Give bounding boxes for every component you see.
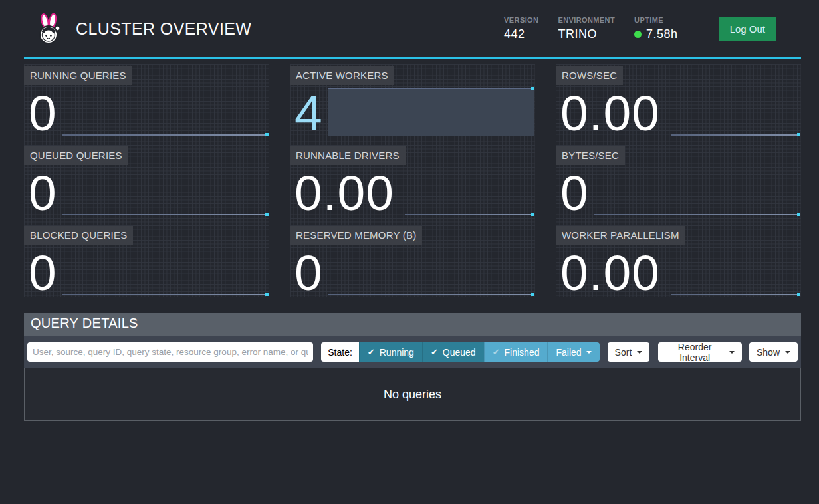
caret-down-icon (785, 351, 790, 354)
stat-tile-bytes-sec: BYTES/SEC 0 (556, 144, 801, 217)
caret-down-icon (729, 351, 735, 354)
uptime-label: UPTIME (634, 16, 678, 24)
stat-tile-blocked-queries: BLOCKED QUERIES 0 (24, 224, 269, 297)
environment-info: ENVIRONMENT TRINO (558, 16, 615, 41)
state-group-label: State: (321, 342, 359, 362)
version-info: VERSION 442 (504, 16, 538, 41)
brand: CLUSTER OVERVIEW (24, 13, 251, 45)
sort-label: Sort (615, 347, 632, 358)
query-search-input[interactable] (27, 342, 313, 362)
stat-label: QUEUED QUERIES (24, 146, 128, 165)
trino-bunny-logo-icon (36, 13, 62, 45)
version-label: VERSION (504, 16, 538, 24)
stats-grid: RUNNING QUERIES 0 QUEUED QUERIES 0 BLOCK… (24, 64, 801, 297)
stat-label: ACTIVE WORKERS (290, 66, 394, 85)
caret-down-icon (586, 351, 592, 354)
cluster-info: VERSION 442 ENVIRONMENT TRINO UPTIME 7.5… (504, 16, 801, 41)
sparkline-chart (62, 214, 269, 215)
empty-queries-message: No queries (384, 388, 441, 402)
caret-down-icon (637, 351, 642, 354)
stat-value: 0 (294, 248, 323, 298)
state-filter-label: Running (380, 347, 414, 358)
stats-column-3: ROWS/SEC 0.00 BYTES/SEC 0 WORKER PARALLE… (556, 64, 801, 297)
stat-label: RESERVED MEMORY (B) (290, 226, 422, 245)
stats-column-2: ACTIVE WORKERS 4 RUNNABLE DRIVERS 0.00 R… (290, 64, 535, 297)
stat-value: 0.00 (560, 88, 660, 138)
check-icon: ✔ (368, 348, 375, 356)
check-icon: ✔ (431, 348, 438, 356)
stat-value: 0 (29, 248, 57, 298)
sparkline-chart (405, 214, 534, 215)
reorder-interval-label: Reorder Interval (665, 342, 724, 363)
state-filter-label: Failed (556, 347, 581, 358)
sparkline-chart (671, 294, 800, 295)
stat-tile-queued-queries: QUEUED QUERIES 0 (24, 144, 269, 217)
sparkline-chart (62, 134, 269, 136)
page-title: CLUSTER OVERVIEW (76, 19, 251, 39)
state-filter-group: State: ✔ Running ✔ Queued ✔ Finished Fai… (321, 342, 599, 362)
uptime-info: UPTIME 7.58h (634, 16, 678, 41)
sparkline-chart (671, 134, 800, 136)
main-content: RUNNING QUERIES 0 QUEUED QUERIES 0 BLOCK… (24, 64, 801, 421)
uptime-value: 7.58h (646, 27, 678, 41)
stat-label: BLOCKED QUERIES (24, 226, 133, 245)
stat-tile-runnable-drivers: RUNNABLE DRIVERS 0.00 (290, 144, 535, 217)
sparkline-chart (62, 294, 269, 295)
query-toolbar: State: ✔ Running ✔ Queued ✔ Finished Fai… (24, 336, 801, 368)
query-details-title: QUERY DETAILS (24, 313, 801, 336)
stat-value: 4 (294, 88, 323, 138)
state-filter-finished[interactable]: ✔ Finished (484, 342, 548, 362)
stat-label: WORKER PARALLELISM (556, 226, 685, 245)
state-filter-queued[interactable]: ✔ Queued (422, 342, 484, 362)
state-filter-running[interactable]: ✔ Running (359, 342, 422, 362)
environment-value: TRINO (558, 27, 615, 41)
stat-label: RUNNABLE DRIVERS (290, 146, 406, 165)
stat-label: ROWS/SEC (556, 66, 623, 85)
stat-tile-active-workers: ACTIVE WORKERS 4 (290, 64, 535, 138)
sparkline-chart (328, 294, 534, 295)
state-filter-label: Finished (505, 347, 540, 358)
check-icon: ✔ (493, 348, 500, 356)
stat-value: 0.00 (560, 248, 660, 298)
query-details-section: QUERY DETAILS State: ✔ Running ✔ Queued … (24, 313, 801, 421)
stat-tile-worker-parallelism: WORKER PARALLELISM 0.00 (556, 224, 801, 297)
app-header: CLUSTER OVERVIEW VERSION 442 ENVIRONMENT… (24, 0, 801, 59)
uptime-status-dot-icon (634, 31, 642, 38)
environment-label: ENVIRONMENT (558, 16, 615, 24)
stats-column-1: RUNNING QUERIES 0 QUEUED QUERIES 0 BLOCK… (24, 64, 269, 297)
stat-value: 0.00 (294, 168, 394, 218)
stat-tile-running-queries: RUNNING QUERIES 0 (24, 64, 269, 138)
sparkline-chart (594, 214, 800, 215)
show-label: Show (757, 347, 780, 358)
stat-tile-rows-sec: ROWS/SEC 0.00 (556, 64, 801, 138)
stat-label: BYTES/SEC (556, 146, 625, 165)
query-list: No queries (24, 368, 801, 421)
stat-label: RUNNING QUERIES (24, 66, 132, 85)
stat-tile-reserved-memory: RESERVED MEMORY (B) 0 (290, 224, 535, 297)
sparkline-chart (328, 88, 534, 136)
show-dropdown-button[interactable]: Show (749, 342, 798, 362)
reorder-interval-dropdown-button[interactable]: Reorder Interval (658, 342, 742, 362)
logout-button[interactable]: Log Out (719, 17, 776, 41)
stat-value: 0 (29, 168, 57, 218)
state-filter-label: Queued (443, 347, 476, 358)
stat-value: 0 (29, 88, 57, 138)
stat-value: 0 (560, 168, 589, 218)
sort-dropdown-button[interactable]: Sort (608, 342, 650, 362)
version-value: 442 (504, 27, 538, 41)
state-filter-failed-dropdown[interactable]: Failed (547, 342, 599, 362)
